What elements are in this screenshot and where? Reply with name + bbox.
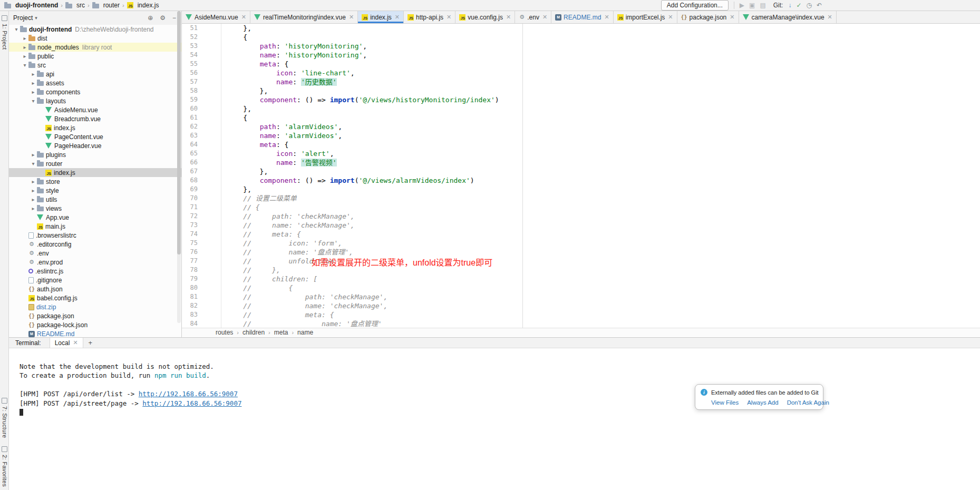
tree-scrollbar[interactable] — [177, 11, 181, 323]
terminal-text: [HPM] POST /api/order/list -> — [20, 390, 139, 398]
editor-breadcrumb-name[interactable]: name — [297, 329, 313, 336]
editor-tab-cameramanage-index-vue[interactable]: cameraManage\index.vue✕ — [739, 11, 837, 23]
editor-tab-http-api-js[interactable]: JShttp-api.js✕ — [404, 11, 455, 23]
tree-item-package-json[interactable]: {}package.json — [9, 311, 181, 320]
tree-item-env-prod[interactable]: ⚙.env.prod — [9, 258, 181, 267]
terminal-tab-local[interactable]: Local ✕ — [50, 338, 83, 348]
tree-item-utils[interactable]: ▸utils — [9, 195, 181, 204]
tree-item-plugins[interactable]: ▸plugins — [9, 150, 181, 159]
tree-item-index-js[interactable]: JSindex.js — [9, 168, 181, 177]
close-icon[interactable]: ✕ — [668, 14, 673, 21]
tree-item-app-vue[interactable]: App.vue — [9, 213, 181, 222]
tree-item-duoji-frontend[interactable]: ▾duoji-frontendD:\zheheWeb\duoji-fronten… — [9, 25, 181, 34]
notification-action-view-files[interactable]: View Files — [711, 399, 739, 406]
gutter-fold-area — [198, 60, 221, 68]
update-project-icon[interactable]: ↓ — [788, 2, 791, 8]
navigation-bar: duoji-frontend›src›router›JSindex.js Add… — [0, 0, 980, 11]
editor-tab-asidemenu-vue[interactable]: AsideMenu.vue✕ — [182, 11, 250, 23]
editor-tab-vue-config-js[interactable]: JSvue.config.js✕ — [455, 11, 515, 23]
tree-item-label: .browserslistrc — [36, 232, 76, 239]
close-icon[interactable]: ✕ — [730, 14, 734, 21]
coverage-icon[interactable]: ▤ — [760, 2, 765, 8]
close-icon[interactable]: ✕ — [395, 14, 400, 21]
terminal-link[interactable]: http://192.168.66.56:9007 — [139, 390, 238, 398]
tree-item-assets[interactable]: ▸assets — [9, 79, 181, 87]
breadcrumb-item-src[interactable]: src — [65, 2, 85, 9]
tree-item-editorconfig[interactable]: ⚙.editorconfig — [9, 240, 181, 249]
terminal-output[interactable]: Note that the development build is not o… — [9, 348, 980, 417]
new-terminal-button[interactable]: + — [89, 338, 93, 348]
tree-item-browserslistrc[interactable]: .browserslistrc — [9, 231, 181, 240]
tree-item-auth-json[interactable]: {}auth.json — [9, 285, 181, 293]
hide-icon[interactable]: − — [172, 14, 176, 22]
editor-tab-index-js[interactable]: JSindex.js✕ — [358, 11, 404, 23]
close-icon[interactable]: ✕ — [73, 339, 77, 346]
breadcrumb-item-index-js[interactable]: JSindex.js — [127, 2, 159, 9]
commit-icon[interactable]: ✓ — [796, 2, 801, 8]
tree-item-asidemenu-vue[interactable]: AsideMenu.vue — [9, 105, 181, 114]
notification-actions: View FilesAlways AddDon't Ask Again — [711, 399, 818, 406]
breadcrumb-item-duoji-frontend[interactable]: duoji-frontend — [4, 2, 58, 9]
tree-item-node-modules[interactable]: ▸node_moduleslibrary root — [9, 43, 181, 52]
tree-item-env[interactable]: ⚙.env — [9, 249, 181, 258]
settings-icon[interactable]: ⚙ — [160, 14, 166, 22]
terminal-line: Note that the development build is not o… — [20, 362, 980, 371]
notification-action-don-t-ask-again[interactable]: Don't Ask Again — [787, 399, 829, 406]
close-icon[interactable]: ✕ — [506, 14, 511, 21]
tree-item-layouts[interactable]: ▾layouts — [9, 96, 181, 105]
editor-tab-realtimemonitoring-index-vue[interactable]: realTimeMonitoring\index.vue✕ — [250, 11, 358, 23]
editor-tab-importexcel-js[interactable]: JSimportExcel.js✕ — [614, 11, 677, 23]
tree-item-router[interactable]: ▾router — [9, 159, 181, 168]
code-area[interactable]: 51 },52 {53 path: 'historyMonitoring',54… — [182, 24, 980, 328]
tree-item-views[interactable]: ▸views — [9, 204, 181, 213]
tree-item-babel-config-js[interactable]: JSbabel.config.js — [9, 293, 181, 302]
tree-item-index-js[interactable]: JSindex.js — [9, 123, 181, 132]
project-panel-title[interactable]: Project — [13, 14, 33, 22]
tree-item-src[interactable]: ▾src — [9, 61, 181, 70]
terminal-line: To create a production build, run npm ru… — [20, 371, 980, 380]
tree-item-dist-zip[interactable]: dist.zip — [9, 302, 181, 311]
tree-item-eslintrc-js[interactable]: .eslintrc.js — [9, 267, 181, 276]
run-icon[interactable]: ▶ — [740, 2, 744, 8]
terminal-link[interactable]: http://192.168.66.56:9007 — [142, 399, 241, 407]
editor-tab-package-json[interactable]: {}package.json✕ — [677, 11, 739, 23]
notification-action-always-add[interactable]: Always Add — [747, 399, 778, 406]
tree-item-components[interactable]: ▸components — [9, 87, 181, 96]
breadcrumb-item-router[interactable]: router — [92, 2, 120, 9]
rollback-icon[interactable]: ↶ — [817, 2, 822, 8]
line-number: 55 — [182, 60, 198, 68]
close-icon[interactable]: ✕ — [349, 14, 354, 21]
code-line: 51 }, — [182, 24, 980, 33]
editor-breadcrumb-routes[interactable]: routes — [216, 329, 233, 336]
tree-item-main-js[interactable]: JSmain.js — [9, 222, 181, 231]
gutter-fold-area — [198, 51, 221, 60]
editor-breadcrumb-meta[interactable]: meta — [274, 329, 288, 336]
strip-button-7-structure[interactable]: 7: Structure — [2, 406, 8, 438]
close-icon[interactable]: ✕ — [604, 14, 609, 21]
debug-icon[interactable]: ▣ — [749, 2, 755, 8]
strip-button-project[interactable]: 1: Project — [2, 24, 8, 50]
strip-button-2-favorites[interactable]: 2: Favorites — [2, 455, 8, 487]
editor-tab-readme-md[interactable]: MREADME.md✕ — [551, 11, 614, 23]
tree-item-package-lock-json[interactable]: {}package-lock.json — [9, 320, 181, 329]
terminal-line: [HPM] POST /api/order/list -> http://192… — [20, 389, 980, 399]
tree-item-dist[interactable]: ▸dist — [9, 34, 181, 43]
tree-item-readme-md[interactable]: MREADME.md — [9, 329, 181, 337]
history-icon[interactable]: ◷ — [806, 2, 811, 8]
tree-item-pagecontent-vue[interactable]: PageContent.vue — [9, 132, 181, 141]
add-configuration-button[interactable]: Add Configuration... — [661, 0, 729, 11]
tree-item-pageheader-vue[interactable]: PageHeader.vue — [9, 141, 181, 150]
close-icon[interactable]: ✕ — [542, 14, 547, 21]
close-icon[interactable]: ✕ — [828, 14, 832, 21]
tree-item-breadcrumb-vue[interactable]: Breadcrumb.vue — [9, 114, 181, 123]
tree-item-gitignore[interactable]: .gitignore — [9, 276, 181, 285]
tree-item-api[interactable]: ▸api — [9, 70, 181, 79]
tree-item-public[interactable]: ▸public — [9, 52, 181, 61]
editor-tab-env[interactable]: ⚙.env✕ — [515, 11, 551, 23]
close-icon[interactable]: ✕ — [447, 14, 451, 21]
locate-icon[interactable]: ⊕ — [148, 14, 153, 22]
editor-breadcrumb-children[interactable]: children — [242, 329, 265, 336]
tree-item-style[interactable]: ▸style — [9, 186, 181, 195]
tree-item-store[interactable]: ▸store — [9, 177, 181, 186]
close-icon[interactable]: ✕ — [241, 14, 246, 21]
